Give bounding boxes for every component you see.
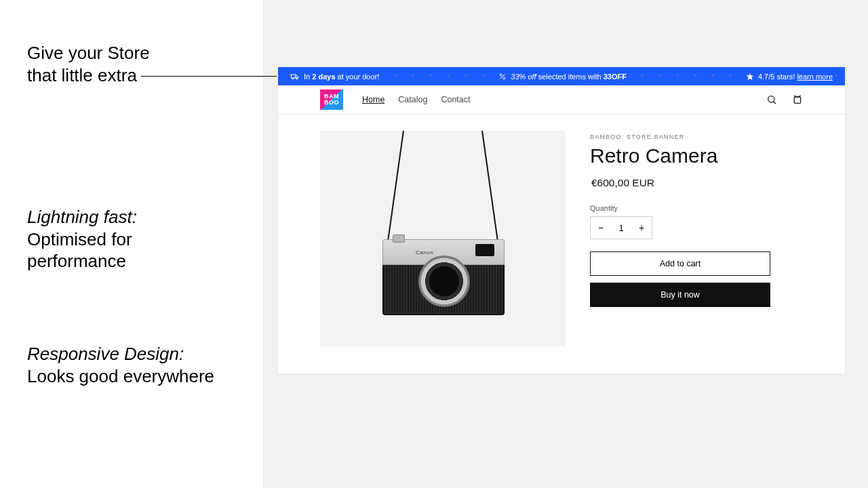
- banner-text: 4.7/5 stars! learn more: [758, 73, 833, 81]
- quantity-stepper: − +: [590, 216, 652, 239]
- product-title: Retro Camera: [590, 144, 803, 167]
- nav-links: Home Catalog Contact: [362, 95, 471, 104]
- svg-line-3: [500, 74, 505, 79]
- svg-line-8: [774, 102, 776, 104]
- search-icon[interactable]: [766, 94, 777, 105]
- announcement-bar: In 2 days at your door! 33% off selected…: [278, 67, 845, 85]
- product-info: BAMBOO: STORE BANNER Retro Camera €600,0…: [590, 131, 803, 346]
- cart-icon[interactable]: [792, 94, 803, 105]
- product-section: Canon BAMBOO: STORE BANNER Retro Camera …: [278, 115, 845, 373]
- feature-responsive: Responsive Design: Looks good everywhere: [27, 343, 237, 387]
- store-preview: In 2 days at your door! 33% off selected…: [278, 67, 845, 373]
- svg-rect-0: [292, 75, 296, 78]
- feature-line: Give your Store: [27, 42, 237, 64]
- camera-strap: [387, 131, 404, 246]
- svg-marker-6: [747, 73, 753, 80]
- feature-heading: Responsive Design:: [27, 343, 237, 365]
- banner-text: 33% off selected items with 33OFF: [511, 73, 627, 81]
- buy-now-button[interactable]: Buy it now: [590, 283, 770, 307]
- quantity-label: Quantity: [590, 204, 803, 212]
- feature-tagline: Give your Store that little extra: [27, 42, 237, 86]
- banner-shipping[interactable]: In 2 days at your door!: [290, 73, 379, 81]
- store-navbar: BAM BOO Home Catalog Contact: [278, 85, 845, 115]
- camera-illustration: Canon: [382, 239, 505, 315]
- camera-lens: [418, 256, 470, 307]
- camera-strap: [481, 131, 499, 246]
- nav-home[interactable]: Home: [362, 95, 384, 104]
- add-to-cart-button[interactable]: Add to cart: [590, 251, 770, 276]
- store-logo[interactable]: BAM BOO: [320, 89, 343, 110]
- nav-icons: [766, 94, 803, 105]
- feature-line: that little extra: [27, 64, 237, 87]
- logo-line: BOO: [324, 100, 339, 106]
- svg-rect-9: [794, 97, 800, 103]
- svg-point-5: [503, 77, 505, 79]
- truck-icon: [290, 73, 300, 81]
- feature-line: Optimised for: [27, 228, 237, 251]
- feature-performance: Lightning fast: Optimised for performanc…: [27, 206, 237, 272]
- qty-increase-button[interactable]: +: [631, 217, 652, 239]
- callout-line: [141, 76, 277, 77]
- nav-catalog[interactable]: Catalog: [398, 95, 427, 104]
- camera-brand: Canon: [416, 249, 433, 256]
- banner-text: In 2 days at your door!: [304, 73, 379, 81]
- product-vendor: BAMBOO: STORE BANNER: [590, 134, 803, 140]
- banner-discount[interactable]: 33% off selected items with 33OFF: [498, 73, 627, 81]
- svg-point-1: [292, 78, 294, 79]
- svg-point-2: [296, 78, 298, 79]
- feature-line: performance: [27, 250, 237, 272]
- marketing-sidebar: Give your Store that little extra Lightn…: [0, 0, 263, 488]
- product-price: €600,00 EUR: [591, 177, 803, 189]
- percent-icon: [498, 73, 507, 81]
- svg-point-4: [500, 74, 502, 76]
- product-image[interactable]: Canon: [320, 131, 566, 346]
- svg-point-7: [768, 96, 774, 102]
- feature-heading: Lightning fast:: [27, 206, 237, 228]
- qty-decrease-button[interactable]: −: [591, 217, 611, 239]
- banner-rating[interactable]: 4.7/5 stars! learn more: [746, 73, 833, 81]
- nav-contact[interactable]: Contact: [441, 95, 470, 104]
- star-icon: [746, 73, 754, 81]
- feature-line: Looks good everywhere: [27, 365, 237, 388]
- qty-input[interactable]: [611, 217, 631, 239]
